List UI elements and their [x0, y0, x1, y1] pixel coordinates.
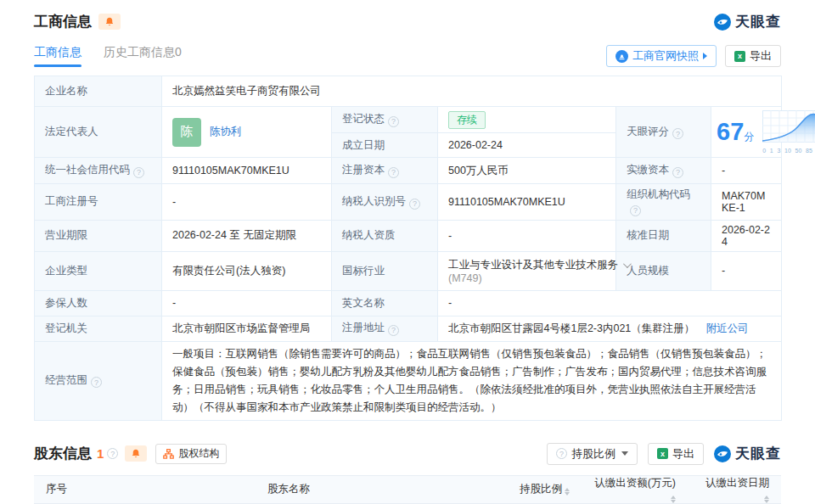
col-index: 序号: [34, 475, 89, 503]
bell-icon: [104, 17, 115, 27]
col-shareholder-name: 股东名称: [89, 475, 488, 503]
holding-ratio-filter-button[interactable]: ? 持股比例: [547, 443, 638, 465]
shareholders-table: 序号 股东名称 持股比例 认缴出资额(万元) 认缴出资日期 1 + 微笑 守护 …: [34, 475, 781, 504]
legal-rep-avatar: 陈: [172, 118, 201, 147]
tianyancha-logo-text: 天眼查: [735, 12, 781, 31]
field-reg-capital-label: 注册资本?: [332, 158, 438, 184]
field-company-type-value: 有限责任公司(法人独资): [162, 251, 332, 290]
field-insured-count-label: 参保人数: [35, 290, 162, 316]
field-establish-date-label: 成立日期: [332, 133, 438, 158]
col-ratio[interactable]: 持股比例: [488, 475, 582, 503]
caret-down-icon: [621, 451, 628, 456]
help-icon[interactable]: ?: [630, 205, 641, 216]
tianyancha-logo-icon: [714, 445, 731, 462]
monitor-bell-badge[interactable]: [125, 445, 147, 462]
field-org-code-label: 组织机构代码?: [616, 184, 711, 221]
help-icon[interactable]: ?: [107, 448, 118, 459]
help-icon[interactable]: ?: [672, 167, 683, 178]
field-credit-code-value: 91110105MAK70MKE1U: [162, 158, 332, 184]
col-date[interactable]: 认缴出资日期: [688, 475, 781, 503]
nearby-companies-link[interactable]: 附近公司: [706, 322, 749, 334]
monitor-bell-badge[interactable]: [98, 14, 121, 30]
holding-ratio-label: 持股比例: [571, 446, 615, 462]
field-legal-rep-value: 陈 陈协利: [162, 107, 332, 158]
field-industry-label: 国标行业: [332, 251, 438, 290]
field-english-name-label: 英文名称: [332, 290, 438, 316]
help-icon[interactable]: ?: [388, 325, 399, 336]
sort-icon: [565, 488, 570, 496]
tianyancha-logo-icon: [714, 14, 731, 31]
business-info-table: 企业名称 北京嫣然益笑电子商贸有限公司 法定代表人 陈 陈协利 登记状态? 存续…: [34, 76, 782, 421]
score-label-text: 天眼评分: [627, 126, 669, 137]
field-english-name-value: -: [438, 290, 782, 316]
business-info-page: 工商信息 天眼查 工商信息 历史工商信息0 工商官网快照 x 导出 企业: [0, 0, 815, 504]
field-credit-code-label: 统一社会信用代码?: [35, 158, 162, 184]
help-icon: ?: [556, 448, 567, 459]
field-reg-status-value: 存续: [438, 107, 616, 133]
equity-structure-label: 股权结构: [178, 446, 219, 461]
score-number: 67: [717, 118, 744, 145]
reg-address-text: 北京市朝阳区甘露园4号楼1层2-3内021（集群注册）: [448, 322, 694, 334]
reg-status-text: 登记状态: [342, 113, 385, 125]
field-reg-number-label: 工商注册号: [35, 184, 162, 221]
tab-business-info[interactable]: 工商信息: [34, 45, 82, 67]
stamp-icon: [615, 50, 628, 63]
equity-structure-button[interactable]: 股权结构: [155, 444, 227, 464]
export-button-top[interactable]: x 导出: [725, 45, 781, 67]
field-reg-address-value: 北京市朝阳区甘露园4号楼1层2-3内021（集群注册） 附近公司: [438, 316, 782, 341]
score-distribution-chart[interactable]: 0131050859799100: [762, 110, 815, 154]
field-taxpayer-id-value: 91110105MAK70MKE1U: [438, 184, 616, 221]
official-snapshot-label: 工商官网快照: [632, 48, 699, 64]
field-business-term-label: 营业期限: [35, 220, 162, 251]
field-approval-date-value: 2026-02-24: [711, 220, 782, 251]
help-icon[interactable]: ?: [672, 128, 683, 139]
field-insured-count-value: -: [162, 290, 332, 316]
export-button-shareholders[interactable]: x 导出: [648, 443, 704, 465]
shareholders-section-header: 股东信息 1 ? 股权结构 ? 持股比例 x 导出 天眼查: [34, 443, 781, 465]
field-company-type-label: 企业类型: [35, 251, 162, 290]
official-snapshot-button[interactable]: 工商官网快照: [606, 45, 717, 67]
field-paid-capital-label: 实缴资本?: [616, 158, 711, 184]
field-establish-date-value: 2026-02-24: [438, 133, 616, 158]
chart-x-ticks: 0131050859799100: [762, 148, 815, 154]
bell-icon: [131, 449, 141, 459]
field-score-label: 天眼评分?: [616, 107, 711, 158]
help-icon[interactable]: ?: [133, 167, 144, 178]
sort-icon: [671, 496, 676, 503]
field-reg-capital-value: 500万人民币: [438, 158, 616, 184]
export-label-shareholders: 导出: [672, 446, 694, 462]
field-business-term-value: 2026-02-24 至 无固定期限: [162, 220, 332, 251]
field-approval-date-label: 核准日期: [616, 220, 711, 251]
tianyancha-logo-bottom: 天眼查: [714, 444, 781, 463]
field-staff-size-value: -: [711, 251, 782, 290]
legal-rep-link[interactable]: 陈协利: [210, 125, 242, 139]
field-taxpayer-id-label: 纳税人识别号?: [332, 184, 438, 221]
field-legal-rep-label: 法定代表人: [35, 107, 162, 158]
bell-curve-chart: [762, 110, 815, 144]
export-label-top: 导出: [750, 48, 772, 64]
field-taxpayer-quality-label: 纳税人资质: [332, 220, 438, 251]
field-reg-address-label: 注册地址?: [332, 316, 438, 341]
field-org-code-value: MAK70MKE-1: [711, 184, 782, 221]
field-company-name-label: 企业名称: [35, 76, 162, 107]
biz-section-header: 工商信息 天眼查: [34, 0, 781, 31]
shareholders-count: 1: [97, 446, 104, 461]
field-paid-capital-value: -: [711, 158, 782, 184]
field-reg-authority-label: 登记机关: [35, 316, 162, 341]
biz-tabbar: 工商信息 历史工商信息0 工商官网快照 x 导出: [34, 43, 781, 69]
field-reg-status-label: 登记状态?: [332, 107, 438, 133]
org-chart-icon: [163, 449, 174, 459]
help-icon[interactable]: ?: [388, 167, 399, 178]
help-icon[interactable]: ?: [388, 116, 399, 127]
excel-icon: x: [734, 51, 745, 62]
industry-name: 工业与专业设计及其他专业技术服务: [448, 258, 618, 272]
col-amount[interactable]: 认缴出资额(万元): [582, 475, 688, 503]
biz-title: 工商信息: [34, 12, 92, 31]
field-reg-authority-value: 北京市朝阳区市场监督管理局: [162, 316, 332, 341]
field-taxpayer-quality-value: -: [438, 220, 616, 251]
shareholders-title: 股东信息: [34, 444, 92, 463]
tab-history-info[interactable]: 历史工商信息0: [104, 45, 182, 67]
help-icon[interactable]: ?: [91, 377, 102, 388]
help-icon[interactable]: ?: [409, 199, 420, 210]
score-unit: 分: [744, 131, 754, 143]
